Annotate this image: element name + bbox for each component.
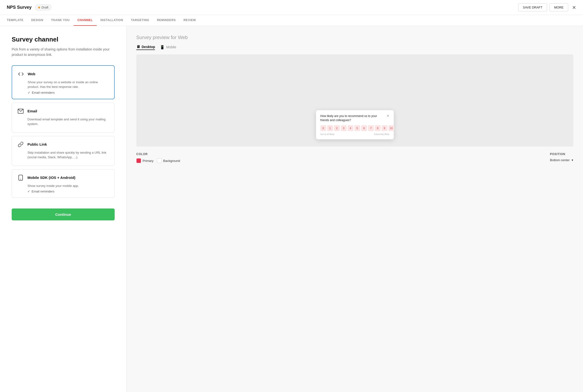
nav: TEMPLATE DESIGN THANK YOU CHANNEL INSTAL… <box>0 15 583 26</box>
channel-feature-label-mobile-sdk: Email reminders <box>32 190 54 193</box>
survey-num-5[interactable]: 5 <box>354 125 360 131</box>
section-description: Pick from a variety of sharing options f… <box>12 46 115 58</box>
survey-num-0[interactable]: 0 <box>321 125 326 131</box>
nav-item-reminders[interactable]: REMINDERS <box>153 15 179 26</box>
channel-desc-public-link: Skip installation and share quickly by s… <box>28 150 110 160</box>
channel-card-email[interactable]: Email Download email template and send i… <box>12 103 115 132</box>
color-label: COLOR <box>136 152 180 156</box>
survey-close-icon[interactable]: ✕ <box>387 114 389 118</box>
tab-desktop[interactable]: 🖥 Desktop <box>136 45 155 50</box>
desktop-icon: 🖥 <box>136 45 140 49</box>
label-not-likely: Not at all likely <box>321 133 335 136</box>
survey-num-8[interactable]: 8 <box>375 125 381 131</box>
preview-title: Survey preview for Web <box>136 35 573 40</box>
draft-dot <box>38 6 40 8</box>
survey-num-6[interactable]: 6 <box>361 125 367 131</box>
survey-num-9[interactable]: 9 <box>382 125 387 131</box>
right-panel: Survey preview for Web 🖥 Desktop 📱 Mobil… <box>127 26 583 392</box>
channel-card-web-header: Web <box>17 70 109 78</box>
tab-desktop-label: Desktop <box>142 45 155 49</box>
main-layout: Survey channel Pick from a variety of sh… <box>0 26 583 392</box>
survey-num-10[interactable]: 10 <box>388 125 394 131</box>
nav-item-installation[interactable]: INSTALLATION <box>97 15 127 26</box>
preview-tabs: 🖥 Desktop 📱 Mobile <box>136 45 573 50</box>
page-title: Survey channel <box>12 36 115 43</box>
left-panel: Survey channel Pick from a variety of sh… <box>0 26 126 392</box>
channel-feature-web: ✓ Email reminders <box>28 91 109 94</box>
continue-button[interactable]: Continue <box>12 208 115 220</box>
survey-num-2[interactable]: 2 <box>334 125 340 131</box>
mobile-tab-icon: 📱 <box>160 45 165 50</box>
nav-item-channel[interactable]: CHANNEL <box>74 15 97 26</box>
survey-widget-header: How likely are you to recommend us to yo… <box>321 114 389 122</box>
color-settings: COLOR Primary Background <box>136 152 180 163</box>
survey-question: How likely are you to recommend us to yo… <box>321 114 384 122</box>
link-icon <box>17 140 25 148</box>
channel-feature-label-web: Email reminders <box>32 91 55 94</box>
more-button[interactable]: MORE <box>549 4 568 12</box>
draft-label: Draft <box>42 6 48 9</box>
preview-settings: COLOR Primary Background POSITION Bottom… <box>136 152 573 163</box>
channel-desc-mobile-sdk: Show survey inside your mobile app. <box>28 184 110 188</box>
survey-num-3[interactable]: 3 <box>341 125 347 131</box>
label-extremely-likely: Extremely likely <box>374 133 389 136</box>
web-icon <box>17 70 25 78</box>
background-label: Background <box>163 159 180 163</box>
color-option-primary[interactable]: Primary <box>136 158 154 163</box>
chevron-down-icon: ▾ <box>571 158 573 162</box>
color-option-background[interactable]: Background <box>157 158 180 163</box>
channel-card-mobile-sdk-header: Mobile SDK (iOS + Android) <box>17 174 110 182</box>
channel-desc-email: Download email template and send it usin… <box>28 117 110 126</box>
survey-widget: How likely are you to recommend us to yo… <box>316 110 394 139</box>
mobile-icon <box>17 174 25 182</box>
channel-card-public-link[interactable]: Public Link Skip installation and share … <box>12 136 115 166</box>
channel-card-web[interactable]: Web Show your survey on a website or ins… <box>12 65 115 99</box>
position-settings: POSITION Bottom center ▾ <box>550 152 573 162</box>
nav-item-template[interactable]: TEMPLATE <box>7 15 28 26</box>
header-right: SAVE DRAFT MORE ✕ <box>518 4 576 12</box>
email-icon <box>17 107 25 115</box>
position-select[interactable]: Bottom center ▾ <box>550 158 573 162</box>
survey-labels: Not at all likely Extremely likely <box>321 133 389 136</box>
survey-num-7[interactable]: 7 <box>368 125 374 131</box>
nav-item-thank-you[interactable]: THANK YOU <box>47 15 74 26</box>
survey-numbers: 0 1 2 3 4 5 6 7 8 9 10 <box>321 125 389 131</box>
survey-num-1[interactable]: 1 <box>327 125 333 131</box>
check-icon-web: ✓ <box>28 91 30 94</box>
app-title: NPS Survey <box>7 5 32 10</box>
check-icon-mobile-sdk: ✓ <box>28 190 30 193</box>
channel-desc-web: Show your survey on a website or inside … <box>28 80 109 89</box>
tab-mobile-label: Mobile <box>166 45 176 49</box>
save-draft-button[interactable]: SAVE DRAFT <box>518 4 547 12</box>
channel-name-public-link: Public Link <box>28 142 47 146</box>
svg-rect-1 <box>19 175 23 180</box>
header-left: NPS Survey Draft <box>7 4 52 10</box>
channel-name-email: Email <box>28 109 37 113</box>
color-options: Primary Background <box>136 158 180 163</box>
channel-card-email-header: Email <box>17 107 110 115</box>
channel-feature-mobile-sdk: ✓ Email reminders <box>28 190 110 193</box>
position-value: Bottom center <box>550 158 570 162</box>
tab-mobile[interactable]: 📱 Mobile <box>160 45 176 50</box>
survey-num-4[interactable]: 4 <box>348 125 354 131</box>
nav-item-design[interactable]: DESIGN <box>28 15 47 26</box>
channel-card-mobile-sdk[interactable]: Mobile SDK (iOS + Android) Show survey i… <box>12 169 115 198</box>
primary-label: Primary <box>143 159 154 163</box>
close-button[interactable]: ✕ <box>572 4 576 10</box>
channel-name-mobile-sdk: Mobile SDK (iOS + Android) <box>28 176 75 180</box>
primary-swatch <box>136 158 141 163</box>
background-swatch <box>157 158 162 163</box>
channel-name-web: Web <box>28 72 35 76</box>
channel-card-public-link-header: Public Link <box>17 140 110 148</box>
nav-item-targeting[interactable]: TARGETING <box>127 15 153 26</box>
draft-badge: Draft <box>35 4 52 10</box>
preview-area: How likely are you to recommend us to yo… <box>136 54 573 146</box>
nav-item-review[interactable]: REVIEW <box>180 15 200 26</box>
header: NPS Survey Draft SAVE DRAFT MORE ✕ <box>0 0 583 15</box>
position-label: POSITION <box>550 152 573 156</box>
